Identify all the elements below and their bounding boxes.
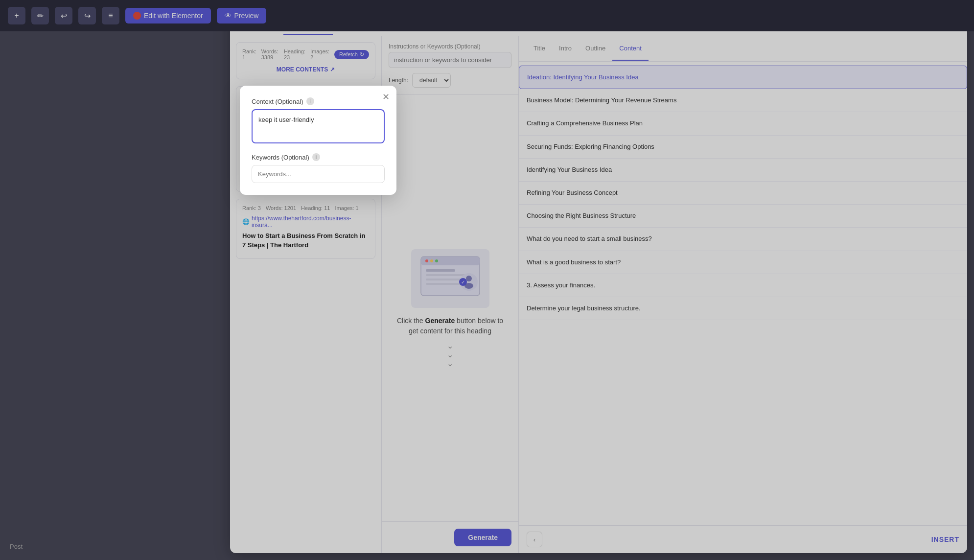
keywords-label: Keywords (Optional) i <box>252 153 385 161</box>
keywords-info-icon: i <box>312 153 320 161</box>
context-modal: ✕ Context (Optional) i keep it user-frie… <box>240 86 396 195</box>
context-label: Context (Optional) i <box>252 97 385 105</box>
keywords-input[interactable] <box>252 165 385 183</box>
modal-overlay: ✕ Context (Optional) i keep it user-frie… <box>0 0 974 560</box>
modal-close-button[interactable]: ✕ <box>382 92 390 102</box>
context-info-icon: i <box>306 97 314 105</box>
context-textarea[interactable]: keep it user-friendly <box>252 109 385 143</box>
